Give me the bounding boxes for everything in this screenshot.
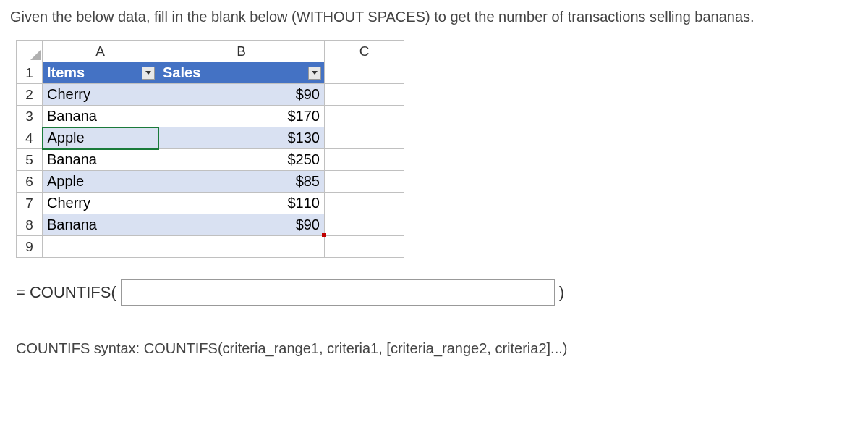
empty-cell [325,171,404,193]
table-row: 2 Cherry $90 [17,84,404,106]
column-header-row: A B C [17,41,404,62]
formula-row: = COUNTIFS( ) [16,279,858,306]
cell-sales: $90 [158,214,325,236]
select-all-triangle-icon [30,50,41,60]
header-sales-label: Sales [163,64,200,80]
cell-item: Banana [43,106,158,127]
question-text: Given the below data, fill in the blank … [10,9,858,25]
table-row: 6 Apple $85 [17,171,404,193]
filter-dropdown-icon[interactable] [308,67,321,80]
syntax-hint: COUNTIFS syntax: COUNTIFS(criteria_range… [16,340,858,357]
cell-sales-value: $90 [296,216,320,232]
row-number: 4 [17,127,43,149]
empty-cell [43,236,158,258]
cell-item: Banana [43,149,158,171]
row-number: 5 [17,149,43,171]
cell-sales: $110 [158,193,325,214]
table-header-sales: Sales [158,62,325,84]
row-number: 6 [17,171,43,193]
empty-cell [325,214,404,236]
row-number: 9 [17,236,43,258]
cell-item: Banana [43,214,158,236]
cell-sales: $170 [158,106,325,127]
empty-cell [325,106,404,127]
column-header-a: A [43,41,158,62]
formula-prefix: = COUNTIFS( [16,283,116,302]
formula-input[interactable] [121,279,555,306]
cell-sales: $130 [158,127,325,149]
cell-sales: $90 [158,84,325,106]
row-number: 7 [17,193,43,214]
table-header-items: Items [43,62,158,84]
table-resize-handle-icon[interactable] [322,233,326,237]
empty-cell [325,236,404,258]
empty-cell [325,149,404,171]
table-row: 9 [17,236,404,258]
table-row: 7 Cherry $110 [17,193,404,214]
formula-suffix: ) [559,283,564,302]
empty-cell [325,193,404,214]
empty-cell [325,127,404,149]
cell-item: Apple [43,127,158,149]
filter-dropdown-icon[interactable] [142,67,155,80]
empty-cell [158,236,325,258]
row-number: 1 [17,62,43,84]
table-row: 8 Banana $90 [17,214,404,236]
row-number: 2 [17,84,43,106]
column-header-c: C [325,41,404,62]
row-number: 3 [17,106,43,127]
table-row: 5 Banana $250 [17,149,404,171]
cell-sales: $250 [158,149,325,171]
empty-cell [325,62,404,84]
corner-cell [17,41,43,62]
row-number: 8 [17,214,43,236]
empty-cell [325,84,404,106]
spreadsheet-table: A B C 1 Items Sales 2 Cherry $90 3 Banan… [16,40,404,258]
cell-item: Cherry [43,84,158,106]
cell-item: Apple [43,171,158,193]
cell-sales: $85 [158,171,325,193]
header-items-label: Items [47,64,85,80]
column-header-b: B [158,41,325,62]
table-row: 3 Banana $170 [17,106,404,127]
table-row: 1 Items Sales [17,62,404,84]
cell-item: Cherry [43,193,158,214]
table-row: 4 Apple $130 [17,127,404,149]
